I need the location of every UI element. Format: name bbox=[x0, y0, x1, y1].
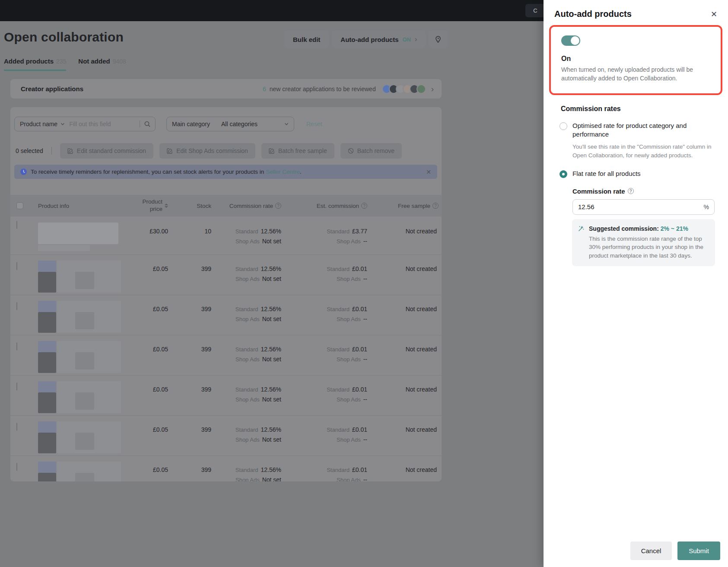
auto-add-toggle[interactable] bbox=[561, 35, 580, 46]
column-est-commission: Est. commission? bbox=[281, 203, 367, 209]
main-category-filter[interactable]: Main category All categories bbox=[166, 117, 294, 131]
stock-cell: 10 bbox=[168, 221, 211, 235]
table-row: £0.05 399 Standard12.56% Shop AdsNot set… bbox=[10, 335, 442, 375]
products-table-card: Product name Main category All categorie… bbox=[10, 107, 442, 481]
auto-add-label: Auto-add products bbox=[340, 36, 398, 43]
sort-icon[interactable] bbox=[165, 204, 168, 208]
commission-rates-heading: Commission rates bbox=[561, 105, 728, 113]
suggested-commission-description: This is the commission rate range of the… bbox=[589, 235, 709, 260]
question-circle-icon[interactable]: ? bbox=[361, 203, 367, 209]
free-sample-cell: Not created bbox=[367, 262, 437, 272]
tab-count: 9408 bbox=[113, 58, 126, 65]
close-icon[interactable]: ✕ bbox=[426, 169, 431, 175]
table-header-row: Product info Product price Stock Commiss… bbox=[10, 195, 442, 217]
batch-remove-button[interactable]: Batch remove bbox=[340, 143, 402, 159]
button-label: Batch remove bbox=[357, 147, 394, 154]
select-all-checkbox[interactable] bbox=[16, 202, 23, 209]
option-optimised-rate[interactable]: Optimised rate for product category and … bbox=[560, 121, 718, 139]
product-name-filter[interactable]: Product name bbox=[14, 117, 156, 131]
row-checkbox[interactable] bbox=[16, 262, 17, 270]
selected-count: 0 selected bbox=[16, 147, 43, 154]
tab-added-products[interactable]: Added products 235 bbox=[4, 57, 66, 71]
help-bulb-icon bbox=[434, 35, 442, 43]
page-title: Open collaboration bbox=[4, 30, 124, 45]
free-sample-cell: Not created bbox=[367, 343, 437, 353]
row-checkbox[interactable] bbox=[16, 463, 17, 471]
row-checkbox[interactable] bbox=[16, 382, 17, 391]
option-label: Flat rate for all products bbox=[572, 169, 641, 178]
free-sample-cell: Not created bbox=[367, 383, 437, 393]
screen: C Open collaboration Bulk edit Auto-add … bbox=[0, 0, 728, 567]
option-flat-rate[interactable]: Flat rate for all products bbox=[560, 169, 718, 178]
table-row: £0.05 399 Standard12.56% Shop AdsNot set… bbox=[10, 415, 442, 456]
suggested-commission-label: Suggested commission: bbox=[589, 225, 659, 232]
est-commission-cell: Standard£3.77 Shop Ads-- bbox=[281, 221, 367, 245]
button-label: Batch free sample bbox=[278, 147, 327, 154]
suggested-commission-range: 2% ~ 21% bbox=[661, 225, 688, 232]
product-name-search-input[interactable] bbox=[69, 121, 138, 127]
table-row: £30.00 10 Standard12.56% Shop AdsNot set… bbox=[10, 217, 442, 255]
avatar bbox=[416, 84, 426, 94]
panel-title: Auto-add products bbox=[554, 9, 632, 19]
auto-add-products-button[interactable]: Auto-add products ON › bbox=[332, 30, 426, 48]
product-price-cell: £0.05 bbox=[116, 423, 168, 433]
avatar-stack bbox=[382, 84, 426, 94]
main-content-dimmed: Open collaboration Bulk edit Auto-add pr… bbox=[0, 21, 544, 567]
commission-rate-cell: Standard12.56% Shop AdsNot set bbox=[211, 343, 281, 363]
bulk-actions-row: 0 selected Edit standard commission Edit… bbox=[14, 143, 437, 159]
row-checkbox[interactable] bbox=[16, 423, 17, 431]
edit-shop-ads-commission-button[interactable]: Edit Shop Ads commission bbox=[159, 143, 255, 159]
free-sample-cell: Not created bbox=[367, 423, 437, 433]
auto-add-state-badge: ON bbox=[403, 36, 411, 43]
edit-icon bbox=[269, 148, 275, 154]
help-bulb-button[interactable] bbox=[429, 30, 448, 48]
row-checkbox[interactable] bbox=[16, 221, 17, 229]
tab-not-added[interactable]: Not added 9408 bbox=[78, 57, 126, 71]
question-circle-icon[interactable]: ? bbox=[628, 188, 634, 194]
submit-button[interactable]: Submit bbox=[677, 542, 720, 560]
edit-standard-commission-button[interactable]: Edit standard commission bbox=[60, 143, 153, 159]
close-icon[interactable]: ✕ bbox=[709, 9, 718, 19]
reset-filters-button[interactable]: Reset bbox=[306, 121, 322, 127]
divider bbox=[140, 121, 140, 127]
radio-selected[interactable] bbox=[560, 170, 567, 178]
row-checkbox[interactable] bbox=[16, 342, 17, 350]
row-checkbox[interactable] bbox=[16, 302, 17, 310]
commission-rate-input[interactable] bbox=[578, 203, 704, 210]
creator-applications-count: 6 bbox=[263, 86, 266, 92]
highlight-annotation: On When turned on, newly uploaded produc… bbox=[549, 25, 722, 95]
est-commission-cell: Standard£0.01 Shop Ads-- bbox=[281, 262, 367, 282]
filter-row: Product name Main category All categorie… bbox=[14, 117, 437, 131]
creator-applications-card[interactable]: Creator applications 6 new creator appli… bbox=[10, 79, 442, 99]
tab-label: Not added bbox=[78, 57, 110, 65]
question-circle-icon[interactable]: ? bbox=[432, 203, 439, 209]
product-price-cell: £30.00 bbox=[116, 221, 168, 235]
search-icon[interactable] bbox=[144, 121, 151, 127]
creator-applications-title: Creator applications bbox=[21, 85, 83, 92]
stock-cell: 399 bbox=[168, 343, 211, 353]
edit-icon bbox=[167, 148, 173, 154]
topbar-partial-button[interactable]: C bbox=[525, 4, 545, 17]
suggested-commission-box: Suggested commission: 2% ~ 21% This is t… bbox=[572, 219, 715, 266]
chevron-right-icon[interactable]: › bbox=[431, 85, 434, 93]
cancel-button[interactable]: Cancel bbox=[630, 542, 672, 560]
table-row: £0.05 399 Standard12.56% Shop AdsNot set… bbox=[10, 375, 442, 415]
batch-free-sample-button[interactable]: Batch free sample bbox=[261, 143, 334, 159]
table-body: £30.00 10 Standard12.56% Shop AdsNot set… bbox=[10, 217, 442, 481]
bulk-edit-button[interactable]: Bulk edit bbox=[284, 30, 329, 48]
page-header-actions: Bulk edit Auto-add products ON › bbox=[284, 30, 448, 48]
column-commission-rate: Commission rate? bbox=[211, 203, 281, 209]
question-circle-icon[interactable]: ? bbox=[275, 203, 281, 209]
commission-rate-cell: Standard12.56% Shop AdsNot set bbox=[211, 383, 281, 403]
magic-wand-icon bbox=[578, 225, 585, 232]
column-product-price[interactable]: Product price bbox=[116, 198, 168, 213]
est-commission-cell: Standard£0.01 Shop Ads-- bbox=[281, 463, 367, 481]
tab-label: Added products bbox=[4, 57, 54, 65]
ban-icon bbox=[348, 148, 354, 154]
column-free-sample: Free sample? bbox=[367, 203, 437, 209]
radio-unselected[interactable] bbox=[560, 122, 567, 130]
product-price-cell: £0.05 bbox=[116, 303, 168, 312]
free-sample-cell: Not created bbox=[367, 463, 437, 473]
seller-centre-link[interactable]: Seller Centre bbox=[266, 169, 300, 175]
notice-text: To receive timely reminders for replenis… bbox=[31, 169, 302, 175]
